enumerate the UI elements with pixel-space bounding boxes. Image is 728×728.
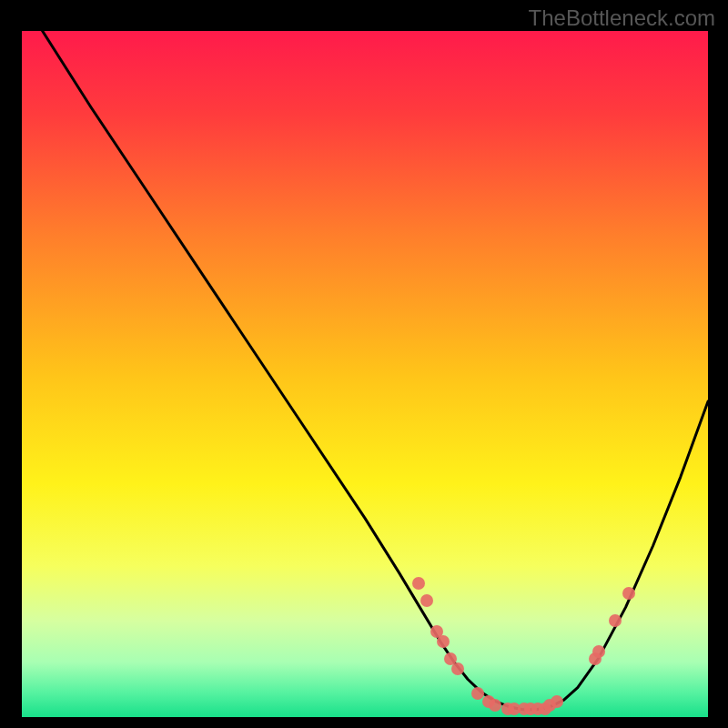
data-point [451, 662, 464, 675]
chart-stage: TheBottleneck.com [0, 0, 728, 728]
data-point [592, 645, 605, 658]
data-point [622, 587, 635, 600]
plot-area [22, 31, 708, 717]
data-points-layer [22, 31, 708, 717]
data-point [609, 614, 622, 627]
data-point [420, 594, 433, 607]
data-point [551, 695, 563, 708]
data-point [489, 699, 501, 712]
watermark-text: TheBottleneck.com [529, 5, 715, 31]
data-point [412, 577, 425, 590]
data-point [437, 635, 450, 648]
